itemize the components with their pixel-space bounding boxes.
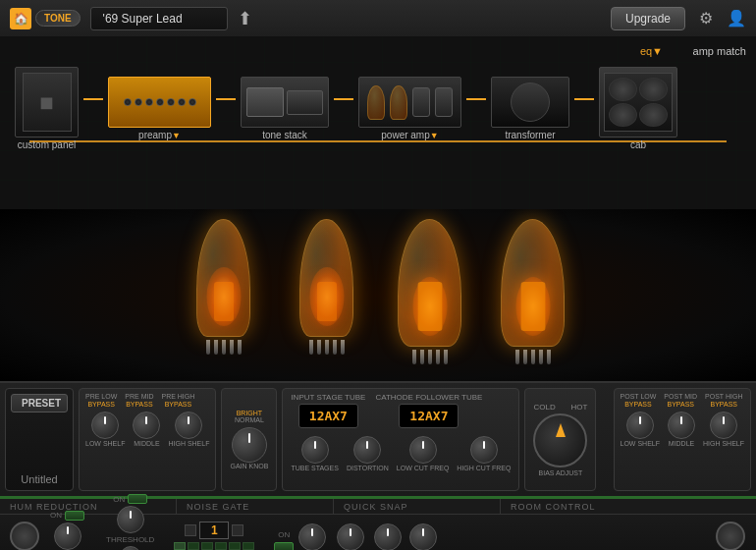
poweramp-thumb [358,77,461,128]
bottom-bar: INPUT ON DEPTH OFF ON THRESHOLD DECAY OF… [0,514,756,550]
room-control-section: ON SIZE DAMPING COLOR MIX [274,523,437,550]
tube-knobs-row: TUBE STAGES DISTORTION LOW CUT FREQ HIGH… [291,436,511,471]
hum-depth-knob[interactable] [54,522,81,550]
quick-snap-label: QUICK SNAP [334,499,501,514]
chain-item-preamp[interactable]: preamp▼ [108,77,211,140]
chain-item-poweramp[interactable]: power amp▼ [358,77,461,140]
post-high-bypass[interactable]: BYPASS [711,401,738,408]
middle-knob[interactable] [133,412,160,439]
tube-4-filament [520,282,545,331]
poweramp-tube-2 [390,85,407,120]
snap-cell-3[interactable] [201,542,213,550]
bias-adjust-label: BIAS ADJUST [539,469,583,476]
post-high-shelf-group: HIGH SHELF [703,412,744,447]
post-high-label: POST HIGH [705,393,742,400]
preset-name-display[interactable]: '69 Super Lead [90,7,228,30]
chain-connector-2 [216,98,236,100]
preamp-thumb [108,77,211,128]
input-tube-display[interactable]: 12AX7 [298,404,358,428]
bias-arrow [556,423,566,437]
input-tube-label: INPUT STAGE TUBE [291,393,365,402]
preamp-mini-knob-3 [145,98,153,106]
snap-prev-button[interactable] [185,524,196,536]
pin-17 [523,350,527,364]
chain-item-tonestack[interactable]: tone stack [241,77,329,140]
pre-mid-group: PRE MID BYPASS [125,393,153,408]
post-mid-bypass[interactable]: BYPASS [667,401,694,408]
chain-item-transformer[interactable]: transformer [491,77,569,140]
post-high-shelf-knob[interactable] [710,412,737,439]
distortion-knob[interactable] [353,436,381,464]
mix-knob[interactable] [409,523,437,550]
chain-item-cab[interactable]: cab [599,67,677,150]
pre-low-group: PRE LOW BYPASS [85,393,117,408]
post-middle-knob[interactable] [668,412,695,439]
snap-cell-4[interactable] [215,542,227,550]
user-icon[interactable]: 👤 [727,9,746,28]
hum-on-switch[interactable] [65,511,84,521]
tube-stages-label: TUBE STAGES [291,465,339,471]
threshold-label: THRESHOLD [106,535,154,544]
snap-next-button[interactable] [232,524,243,536]
low-cut-knob[interactable] [409,436,437,464]
preamp-mini-knob-6 [178,98,186,106]
damping-knob[interactable] [337,523,364,550]
snap-cell-5[interactable] [229,542,241,550]
post-low-group: POST LOW BYPASS [621,393,657,408]
preset-button[interactable]: PRESET [11,394,68,412]
pin-8 [325,340,329,355]
room-on-switch[interactable] [274,542,294,550]
quick-snap-section: 1 [174,522,254,550]
room-control-label: ROOM CONTROL [501,499,606,514]
pre-low-label: PRE LOW [85,393,117,400]
cathode-tube-display[interactable]: 12AX7 [399,404,459,428]
decay-knob[interactable] [120,546,141,550]
snap-cell-2[interactable] [188,542,199,550]
high-cut-knob[interactable] [470,436,498,464]
size-knob[interactable] [298,523,326,550]
pre-mid-label: PRE MID [125,393,153,400]
gate-on-switch[interactable] [128,494,147,504]
input-connector[interactable] [10,522,39,551]
pre-high-group: PRE HIGH BYPASS [161,393,194,408]
tube-4-glass [501,219,565,347]
poweramp-unit [412,87,430,117]
pre-low-bypass[interactable]: BYPASS [87,401,115,408]
high-shelf-knob[interactable] [175,412,202,439]
pre-high-bypass[interactable]: BYPASS [165,401,192,408]
snap-cell-1[interactable] [174,542,186,550]
post-low-bypass[interactable]: BYPASS [624,401,652,408]
tube-displays-row: INPUT STAGE TUBE 12AX7 CATHODE FOLLOWER … [291,393,511,428]
low-cut-group: LOW CUT FREQ [397,436,450,471]
color-knob[interactable] [374,523,402,550]
bias-dial[interactable] [533,413,587,468]
post-middle-label: MIDDLE [669,440,694,447]
snap-grid [174,542,254,550]
poweramp-unit-2 [435,87,453,117]
gain-knob[interactable] [232,427,267,463]
chain-item-custom-panel[interactable]: ◼ custom panel [15,67,79,150]
save-button[interactable]: ⬆ [238,8,252,29]
tone-badge: TONE [35,10,81,27]
settings-icon[interactable]: ⚙ [699,9,713,28]
low-shelf-group: LOW SHELF [85,412,125,447]
snap-cell-6[interactable] [243,542,254,550]
pin-20 [547,350,551,364]
mix-group: MIX [409,523,437,550]
upgrade-button[interactable]: Upgrade [611,7,685,30]
post-eq-knob-row: LOW SHELF MIDDLE HIGH SHELF [621,412,744,447]
tube-2 [285,219,368,371]
home-icon[interactable]: 🏠 [10,8,31,29]
threshold-knob[interactable] [117,506,144,533]
preset-section: PRESET Untitled [5,388,74,491]
output-connector[interactable] [716,522,745,551]
room-on-section: ON [274,530,294,550]
low-shelf-knob[interactable] [91,412,119,439]
noise-gate-section: ON THRESHOLD DECAY OFF [106,494,154,550]
post-middle-group: MIDDLE [668,412,695,447]
pre-mid-bypass[interactable]: BYPASS [126,401,153,408]
post-low-shelf-knob[interactable] [626,412,654,439]
poweramp-tube-1 [367,85,385,120]
tube-stages-knob[interactable] [301,436,329,464]
cab-speaker-1 [609,78,637,101]
